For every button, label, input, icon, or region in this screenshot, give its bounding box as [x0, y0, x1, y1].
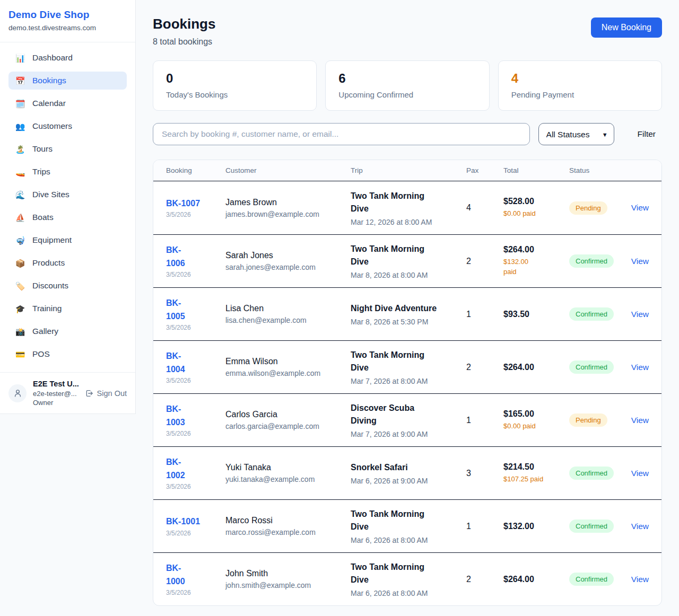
view-link[interactable]: View [631, 310, 649, 319]
pax-count: 1 [466, 522, 503, 531]
booking-date: 3/5/2026 [166, 483, 225, 490]
view-link[interactable]: View [631, 257, 649, 266]
diving-mask-icon: 🤿 [15, 236, 25, 244]
sidebar-item-calendar[interactable]: 🗓️ Calendar [8, 94, 127, 112]
customer-email: john.smith@example.com [225, 581, 351, 589]
booking-id-link[interactable]: BK- 1005 [166, 297, 185, 323]
view-link[interactable]: View [631, 522, 649, 531]
booking-id-link[interactable]: BK- 1000 [166, 562, 185, 588]
sidebar-item-dashboard[interactable]: 📊 Dashboard [8, 49, 127, 67]
customer-name: Marco Rossi [225, 516, 351, 525]
status-badge: Confirmed [569, 360, 614, 374]
column-header-booking: Booking [166, 166, 225, 174]
table-row: BK- 1004 3/5/2026 Emma Wilson emma.wilso… [153, 340, 661, 393]
sidebar-item-tours[interactable]: 🏝️ Tours [8, 140, 127, 158]
paid-amount: $0.00 paid [503, 421, 569, 432]
pax-count: 2 [466, 257, 503, 266]
booking-id-link[interactable]: BK-1001 [166, 515, 200, 529]
sidebar-item-training[interactable]: 🎓 Training [8, 300, 127, 318]
view-link[interactable]: View [631, 469, 649, 478]
customer-name: Lisa Chen [225, 304, 351, 313]
booking-date: 3/5/2026 [166, 377, 225, 384]
customer-name: Sarah Jones [225, 251, 351, 260]
sidebar-item-dive-sites[interactable]: 🌊 Dive Sites [8, 186, 127, 204]
customer-email: sarah.jones@example.com [225, 263, 351, 271]
booking-id-link[interactable]: BK- 1002 [166, 456, 185, 482]
sidebar-item-products[interactable]: 📦 Products [8, 254, 127, 272]
trip-name: Two Tank Morning Dive [351, 190, 466, 215]
booking-date: 3/5/2026 [166, 324, 225, 331]
stat-label: Upcoming Confirmed [338, 90, 476, 99]
sidebar-item-label: Bookings [32, 76, 66, 85]
booking-id-link[interactable]: BK- 1004 [166, 350, 185, 376]
sidebar-item-bookings[interactable]: 📅 Bookings [8, 72, 127, 90]
graduation-cap-icon: 🎓 [15, 305, 25, 313]
table-row: BK- 1000 3/5/2026 John Smith john.smith@… [153, 552, 661, 605]
view-link[interactable]: View [631, 575, 649, 584]
trip-date: Mar 6, 2026 at 8:00 AM [351, 589, 466, 597]
stat-value: 6 [338, 71, 476, 86]
sidebar-item-label: Boats [32, 213, 54, 222]
status-badge: Confirmed [569, 467, 614, 480]
page-header: Bookings 8 total bookings New Booking [153, 16, 662, 47]
status-badge: Confirmed [569, 520, 614, 533]
sidebar-item-trips[interactable]: 🚤 Trips [8, 163, 127, 181]
status-badge: Pending [569, 413, 607, 427]
booking-date: 3/5/2026 [166, 211, 225, 218]
new-booking-button[interactable]: New Booking [591, 17, 662, 38]
trip-date: Mar 7, 2026 at 9:00 AM [351, 430, 466, 438]
table-header-row: Booking Customer Trip Pax Total Status [153, 160, 661, 181]
trip-date: Mar 7, 2026 at 8:00 AM [351, 377, 466, 385]
view-link[interactable]: View [631, 203, 649, 212]
trip-date: Mar 6, 2026 at 9:00 AM [351, 477, 466, 485]
sidebar-item-label: Equipment [32, 235, 72, 245]
customer-name: Yuki Tanaka [225, 463, 351, 472]
package-icon: 📦 [15, 259, 25, 267]
stats-row: 0 Today's Bookings 6 Upcoming Confirmed … [153, 60, 662, 111]
island-icon: 🏝️ [15, 145, 25, 153]
booking-date: 3/5/2026 [166, 271, 225, 278]
avatar [8, 384, 27, 402]
search-input[interactable] [153, 123, 530, 145]
profile-email: e2e-tester@... [33, 390, 85, 398]
dashboard-icon: 📊 [15, 54, 25, 62]
customer-email: james.brown@example.com [225, 210, 351, 218]
profile-role: Owner [33, 399, 85, 407]
sidebar-item-label: Tours [32, 144, 53, 154]
sidebar-item-label: Products [32, 258, 65, 268]
booking-id-link[interactable]: BK- 1003 [166, 403, 185, 429]
camera-icon: 📸 [15, 328, 25, 336]
column-header-status: Status [569, 166, 629, 174]
sidebar-item-customers[interactable]: 👥 Customers [8, 117, 127, 135]
booking-date: 3/5/2026 [166, 530, 225, 537]
status-badge: Confirmed [569, 307, 614, 321]
status-select[interactable]: All Statuses [538, 123, 614, 145]
table-row: BK- 1006 3/5/2026 Sarah Jones sarah.jone… [153, 234, 661, 287]
pax-count: 4 [466, 203, 503, 213]
table-row: BK- 1002 3/5/2026 Yuki Tanaka yuki.tanak… [153, 446, 661, 499]
column-header-trip: Trip [351, 166, 466, 174]
booking-id-link[interactable]: BK- 1006 [166, 244, 185, 270]
table-row: BK- 1003 3/5/2026 Carlos Garcia carlos.g… [153, 393, 661, 446]
sidebar-item-pos[interactable]: 💳 POS [8, 345, 127, 363]
pax-count: 3 [466, 469, 503, 478]
sidebar-item-equipment[interactable]: 🤿 Equipment [8, 231, 127, 249]
sign-out-button[interactable]: Sign Out [85, 389, 127, 398]
filter-button[interactable]: Filter [631, 125, 662, 143]
pax-count: 2 [466, 575, 503, 584]
trip-date: Mar 12, 2026 at 8:00 AM [351, 218, 466, 226]
stat-value: 4 [511, 71, 649, 86]
stat-card-upcoming-confirmed: 6 Upcoming Confirmed [325, 60, 489, 111]
trip-name: Discover Scuba Diving [351, 402, 466, 427]
booking-id-link[interactable]: BK-1007 [166, 197, 200, 210]
sidebar-item-boats[interactable]: ⛵ Boats [8, 208, 127, 226]
total-amount: $264.00 [503, 575, 569, 584]
view-link[interactable]: View [631, 416, 649, 425]
view-link[interactable]: View [631, 363, 649, 372]
table-row: BK- 1005 3/5/2026 Lisa Chen lisa.chen@ex… [153, 287, 661, 340]
sidebar-item-discounts[interactable]: 🏷️ Discounts [8, 277, 127, 295]
sidebar-item-gallery[interactable]: 📸 Gallery [8, 322, 127, 340]
customer-name: James Brown [225, 198, 351, 207]
tag-icon: 🏷️ [15, 282, 25, 290]
profile-name: E2E Test U... [33, 380, 85, 388]
